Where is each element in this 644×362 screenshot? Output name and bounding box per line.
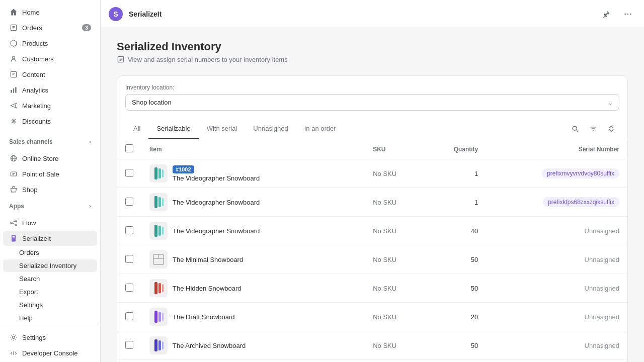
- sidebar: Home Orders 3 Products Customers Conte: [0, 0, 101, 362]
- quantity-cell: 20: [425, 303, 486, 331]
- sort-button[interactable]: [603, 121, 619, 137]
- serial-cell: prefixkfps68zxxzqiksuffix: [486, 188, 627, 217]
- developer-console-icon: [9, 348, 18, 357]
- sales-channels-chevron: ›: [89, 138, 91, 145]
- sidebar-item-flow[interactable]: Flow: [3, 215, 97, 230]
- svg-line-25: [12, 223, 15, 224]
- tab-serializable[interactable]: Serializable: [148, 119, 198, 139]
- svg-rect-49: [162, 198, 164, 206]
- svg-point-33: [627, 13, 629, 15]
- product-thumb: [149, 279, 168, 297]
- sales-channels-list: Online Store Point of Sale Shop: [0, 150, 100, 198]
- product-cell: The Videographer Snowboard: [149, 193, 357, 211]
- product-info: The Minimal Snowboard: [173, 256, 243, 263]
- product-info: The Draft Snowboard: [173, 313, 235, 321]
- sidebar-bottom: Settings Developer Console Non-transfera…: [0, 325, 100, 362]
- sidebar-item-marketing-label: Marketing: [22, 102, 91, 110]
- sidebar-sub-export[interactable]: Export: [3, 286, 97, 298]
- quantity-cell: 50: [425, 245, 486, 274]
- sidebar-item-shop-label: Shop: [22, 186, 91, 194]
- sidebar-sub-serialized-inventory[interactable]: Serialized Inventory: [3, 259, 97, 272]
- tab-unassigned[interactable]: Unnasigned: [245, 119, 296, 139]
- pin-button[interactable]: [598, 6, 614, 22]
- row-checkbox[interactable]: [125, 284, 133, 292]
- tab-with-serial[interactable]: With serial: [199, 119, 246, 139]
- customers-icon: [9, 54, 18, 63]
- serial-badge: prefixmvyvrvdvoy80suffix: [542, 168, 619, 178]
- quantity-cell: 50: [425, 331, 486, 360]
- product-name: The Archived Snowboard: [173, 342, 246, 349]
- sidebar-item-developer-console[interactable]: Developer Console: [3, 345, 97, 360]
- sidebar-sub-serialized-inventory-label: Serialized Inventory: [19, 262, 76, 269]
- sidebar-sub-search[interactable]: Search: [3, 273, 97, 285]
- select-all-checkbox[interactable]: [125, 144, 133, 152]
- sidebar-sub-orders-label: Orders: [19, 249, 39, 256]
- sidebar-item-pos[interactable]: Point of Sale: [3, 166, 97, 182]
- location-select[interactable]: Shop location: [125, 94, 619, 111]
- sidebar-sub-help-label: Help: [19, 314, 33, 322]
- product-cell: The Videographer Snowboard: [149, 222, 357, 240]
- product-name: The Videographer Snowboard: [173, 199, 260, 206]
- more-button[interactable]: [620, 6, 636, 22]
- sidebar-item-products[interactable]: Products: [3, 36, 97, 51]
- sidebar-item-pos-label: Point of Sale: [22, 170, 91, 178]
- product-cell: The Draft Snowboard: [149, 308, 357, 326]
- sidebar-item-shop[interactable]: Shop: [3, 182, 97, 197]
- serial-cell: Unnasigned: [486, 274, 627, 303]
- svg-rect-63: [158, 340, 161, 350]
- marketing-icon: [9, 101, 18, 110]
- svg-rect-26: [12, 235, 16, 242]
- product-info: The Videographer Snowboard: [173, 227, 260, 235]
- product-cell: The Hidden Snowboard: [149, 279, 357, 297]
- sidebar-item-settings[interactable]: Settings: [3, 330, 97, 345]
- svg-rect-44: [154, 167, 157, 179]
- sku-cell: No SKU: [365, 360, 425, 363]
- row-checkbox[interactable]: [125, 255, 133, 263]
- unassigned-label: Unnasigned: [585, 227, 619, 235]
- quantity-cell: 1: [425, 159, 486, 188]
- sidebar-sub-orders[interactable]: Orders: [3, 246, 97, 259]
- row-checkbox[interactable]: [125, 226, 133, 234]
- tab-all[interactable]: All: [125, 119, 148, 139]
- filter-button[interactable]: [585, 121, 601, 137]
- svg-rect-5: [11, 71, 16, 77]
- search-button[interactable]: [567, 121, 583, 137]
- product-name: The Minimal Snowboard: [173, 256, 243, 263]
- svg-line-24: [12, 221, 15, 222]
- svg-line-40: [577, 130, 578, 132]
- sidebar-item-analytics-label: Analytics: [22, 86, 91, 94]
- app-logo: S: [109, 7, 123, 21]
- svg-rect-9: [13, 88, 14, 93]
- col-sku: SKU: [365, 139, 425, 159]
- sidebar-item-customers[interactable]: Customers: [3, 51, 97, 66]
- col-serial: Serial Number: [486, 139, 627, 159]
- sku-cell: No SKU: [365, 274, 425, 303]
- product-thumb: [149, 222, 168, 240]
- inventory-card: Inventory location: Shop location ⌄ All …: [117, 75, 628, 362]
- row-checkbox[interactable]: [125, 312, 133, 320]
- sidebar-sub-settings[interactable]: Settings: [3, 299, 97, 311]
- product-name: The Videographer Snowboard: [173, 227, 260, 235]
- serializeit-app-icon: [9, 234, 18, 243]
- content-icon: [9, 70, 18, 79]
- sidebar-item-settings-label: Settings: [22, 334, 91, 341]
- row-checkbox[interactable]: [125, 198, 133, 206]
- row-checkbox[interactable]: [125, 169, 133, 177]
- sidebar-item-home[interactable]: Home: [3, 5, 97, 20]
- sidebar-item-analytics[interactable]: Analytics: [3, 82, 97, 98]
- sidebar-item-orders[interactable]: Orders 3: [3, 20, 97, 35]
- row-checkbox[interactable]: [125, 341, 133, 349]
- serial-cell: Unnasigned: [486, 331, 627, 360]
- sidebar-item-serializeit[interactable]: SerializeIt: [3, 231, 97, 246]
- sidebar-item-marketing[interactable]: Marketing: [3, 98, 97, 113]
- sidebar-sub-help[interactable]: Help: [3, 312, 97, 324]
- product-thumb: [149, 164, 168, 183]
- svg-rect-52: [162, 227, 164, 235]
- sidebar-item-online-store[interactable]: Online Store: [3, 151, 97, 166]
- sidebar-item-customers-label: Customers: [22, 55, 91, 63]
- sidebar-item-content[interactable]: Content: [3, 67, 97, 82]
- tab-in-an-order[interactable]: In an order: [296, 119, 344, 139]
- sidebar-item-discounts[interactable]: Discounts: [3, 114, 97, 129]
- svg-rect-58: [162, 284, 164, 292]
- flow-icon: [9, 218, 18, 227]
